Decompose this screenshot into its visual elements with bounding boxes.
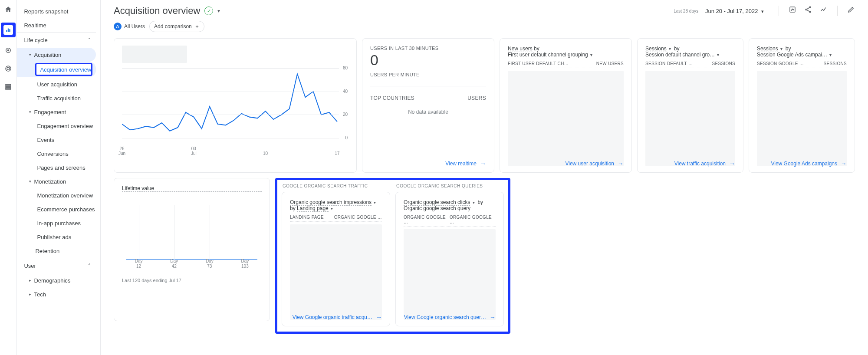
title-dropdown-icon[interactable]: ▾ [217, 8, 220, 14]
nav-conversions[interactable]: Conversions [17, 147, 96, 161]
nav-reports-snapshot[interactable]: Reports snapshot [17, 4, 96, 18]
dropdown-icon[interactable]: ▾ [717, 53, 719, 57]
card-realtime: Users in last 30 minutes 0 Users per min… [362, 38, 494, 173]
link-view-search-queries[interactable]: View Google organic search quer…→ [404, 314, 496, 321]
users-trend-chart: 020406026Jun03Jul1017 [122, 68, 349, 146]
arrow-right-icon: → [841, 160, 847, 167]
nav-ecommerce-purchases[interactable]: Ecommerce purchases [17, 202, 96, 216]
nav-section-label: Life cycle [24, 37, 47, 43]
realtime-label-30min: Users in last 30 minutes [370, 46, 486, 51]
card-search-traffic-placeholder [290, 224, 382, 320]
card-sessions-channel-title: Sessions ▾ by Session default channel gr… [645, 46, 735, 58]
plus-icon: ＋ [194, 23, 200, 30]
chip-all-users-badge: A [114, 23, 122, 30]
link-view-user-acquisition[interactable]: View user acquisition→ [565, 160, 624, 167]
link-view-search-traffic[interactable]: View Google organic traffic acqu…→ [293, 314, 382, 321]
nav-acquisition-overview[interactable]: Acquisition overview [35, 63, 92, 76]
nav-acquisition[interactable]: ▾ Acquisition [17, 48, 96, 62]
nav-publisher-ads[interactable]: Publisher ads [17, 230, 96, 244]
chart-ytick: 40 [343, 89, 348, 94]
nav-tech[interactable]: ▸ Tech [17, 287, 96, 301]
card-sessions-channel-placeholder [645, 71, 735, 166]
nav-monetization-overview[interactable]: Monetization overview [17, 188, 96, 202]
insights-icon[interactable] [820, 6, 828, 13]
lifetime-note: Last 120 days ending Jul 17 [122, 278, 262, 283]
svg-point-11 [809, 7, 811, 8]
nav-section-user[interactable]: User ˄ [17, 258, 96, 273]
chart-xtick: 10 [263, 151, 268, 156]
card-sessions-ads-title: Sessions ▾ by Session Google Ads campai…… [757, 46, 847, 58]
svg-rect-2 [10, 29, 10, 32]
link-view-realtime[interactable]: View realtime→ [445, 160, 486, 167]
date-range-picker[interactable]: Jun 20 - Jul 17, 2022 ▾ [705, 8, 764, 14]
card-search-traffic-title: Organic google search impressions ▾ by L… [290, 199, 382, 211]
rail-home-icon[interactable] [3, 4, 13, 15]
nav-engagement[interactable]: ▾ Engagement [17, 105, 96, 119]
lifetime-xtick: Day103 [234, 259, 255, 269]
caret-down-icon: ▾ [29, 53, 31, 57]
nav-events[interactable]: Events [17, 133, 96, 147]
card-sessions-ads-placeholder [757, 71, 847, 166]
arrow-right-icon: → [480, 160, 486, 167]
nav-inapp-purchases[interactable]: In-app purchases [17, 216, 96, 230]
card-search-traffic: Organic google search impressions ▾ by L… [282, 192, 390, 326]
dropdown-icon[interactable]: ▾ [473, 200, 475, 205]
chip-all-users[interactable]: A All Users [114, 23, 145, 30]
svg-point-13 [809, 11, 811, 13]
card-sessions-channel: Sessions ▾ by Session default channel gr… [637, 38, 743, 173]
dropdown-icon[interactable]: ▾ [669, 46, 671, 51]
dropdown-icon[interactable]: ▾ [590, 53, 592, 57]
card-search-queries-title: Organic google search clicks ▾ by Organi… [404, 199, 496, 211]
card-sessions-ads: Sessions ▾ by Session Google Ads campai…… [749, 38, 855, 173]
realtime-countries-header: Top countries Users [370, 95, 486, 101]
rail-advertising-icon[interactable] [3, 63, 13, 74]
content-area: 020406026Jun03Jul1017 Users in last 30 m… [101, 38, 868, 355]
nav-engagement-overview[interactable]: Engagement overview [17, 119, 96, 133]
chart-xtick: 17 [335, 151, 339, 156]
rail-reports-icon[interactable] [1, 23, 16, 37]
card-lifetime-value: Lifetime value Day12Day42Day73Day103 Las… [114, 178, 270, 321]
svg-point-12 [806, 9, 807, 10]
customize-report-icon[interactable] [789, 6, 796, 13]
edit-icon[interactable] [847, 6, 855, 13]
dropdown-icon[interactable]: ▾ [780, 46, 783, 51]
rail-explore-icon[interactable] [3, 45, 13, 56]
nav-realtime[interactable]: Realtime [17, 18, 96, 32]
card-sessions-ads-columns: Session Google … Sessions [757, 61, 847, 68]
card-search-queries: Organic google search clicks ▾ by Organi… [395, 192, 504, 326]
link-view-ads-campaigns[interactable]: View Google Ads campaigns→ [771, 160, 847, 167]
lifetime-xtick: Day12 [128, 259, 149, 269]
dropdown-icon[interactable]: ▾ [331, 206, 333, 211]
card-new-users-title: New users by First user default channel … [508, 46, 624, 58]
nav-user-acquisition[interactable]: User acquisition [17, 77, 96, 91]
arrow-right-icon: → [490, 314, 496, 321]
chart-ytick: 20 [343, 112, 348, 117]
main: Acquisition overview ✓ ▾ Last 28 days Ju… [101, 0, 868, 355]
svg-point-4 [8, 50, 9, 51]
link-view-traffic-acquisition[interactable]: View traffic acquisition→ [674, 160, 735, 167]
nav-traffic-acquisition[interactable]: Traffic acquisition [17, 91, 96, 105]
verified-badge-icon[interactable]: ✓ [204, 7, 213, 15]
dropdown-icon[interactable]: ▾ [829, 53, 832, 57]
nav-retention[interactable]: Retention [17, 244, 96, 258]
nav-demographics[interactable]: ▸ Demographics [17, 273, 96, 287]
metric-tab-placeholder[interactable] [122, 46, 187, 63]
lifetime-xtick: Day42 [164, 259, 184, 269]
card-new-users-columns: First user default ch… New users [508, 61, 624, 68]
caret-down-icon: ▾ [29, 179, 31, 184]
nav-pages-screens[interactable]: Pages and screens [17, 161, 96, 174]
nav-monetization[interactable]: ▾ Monetization [17, 174, 96, 188]
arrow-right-icon: → [618, 160, 624, 167]
card-users-trend: 020406026Jun03Jul1017 [114, 38, 357, 173]
date-label: Last 28 days [674, 9, 698, 13]
page-title: Acquisition overview [114, 5, 200, 16]
add-comparison-button[interactable]: Add comparison ＋ [149, 21, 204, 32]
topbar: Acquisition overview ✓ ▾ Last 28 days Ju… [101, 0, 868, 18]
chart-xtick: 26Jun [118, 146, 125, 156]
sidebar: Reports snapshot Realtime Life cycle ˄ ▾… [17, 0, 101, 355]
nav-acq-overview-wrap: Acquisition overview [17, 62, 96, 77]
share-icon[interactable] [804, 6, 812, 13]
dropdown-icon[interactable]: ▾ [374, 200, 376, 205]
rail-configure-icon[interactable] [3, 82, 13, 92]
nav-section-life-cycle[interactable]: Life cycle ˄ [17, 32, 96, 48]
